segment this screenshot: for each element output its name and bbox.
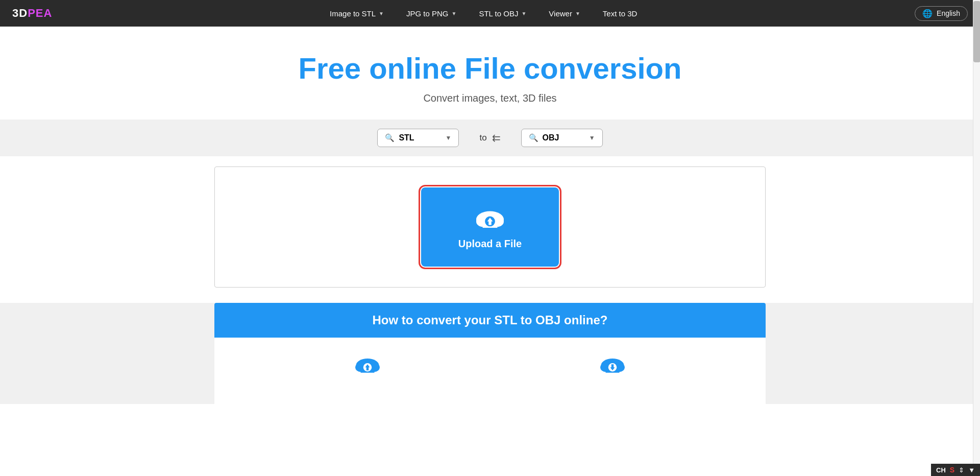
howto-step-1: [245, 353, 490, 386]
language-selector[interactable]: 🌐 English: [915, 6, 968, 21]
nav-viewer[interactable]: Viewer ▼: [537, 0, 592, 27]
howto-title: How to convert your STL to OBJ online?: [214, 313, 766, 327]
chevron-down-icon: ▼: [521, 11, 526, 16]
logo-3d: 3D: [12, 7, 28, 20]
from-format-label: STL: [399, 133, 441, 142]
swap-icon[interactable]: ⇇: [492, 132, 501, 144]
to-format-label: OBJ: [543, 133, 585, 142]
upload-cloud-icon: [472, 204, 508, 233]
upload-section: Upload a File: [0, 156, 980, 303]
nav-jpg-to-png[interactable]: JPG to PNG ▼: [395, 0, 468, 27]
ch-label: CH: [936, 466, 946, 474]
navbar: 3D PEA Image to STL ▼ JPG to PNG ▼ STL t…: [0, 0, 980, 27]
nav-text-to-3d[interactable]: Text to 3D: [592, 0, 649, 27]
bottom-right-bar: CH S ⇕ ▼: [931, 464, 980, 476]
nav-image-to-stl[interactable]: Image to STL ▼: [318, 0, 395, 27]
chevron-down-icon: ▼: [452, 11, 457, 16]
to-arrow-area: to ⇇: [479, 132, 500, 144]
howto-body: [214, 338, 766, 404]
to-format-selector[interactable]: 🔍 OBJ ▼: [521, 129, 603, 147]
page-title: Free online File conversion: [0, 51, 980, 85]
hero-subtitle: Convert images, text, 3D files: [0, 92, 980, 104]
upload-container: Upload a File: [214, 166, 766, 288]
hero-section: Free online File conversion Convert imag…: [0, 27, 980, 120]
chevron-down-icon: ▼: [589, 134, 595, 141]
converter-bar: 🔍 STL ▼ to ⇇ 🔍 OBJ ▼: [0, 120, 980, 156]
logo-pea: PEA: [28, 7, 52, 20]
expand-icon[interactable]: ⇕: [959, 466, 964, 474]
globe-icon: 🌐: [922, 9, 933, 18]
scrollbar-thumb[interactable]: [973, 1, 980, 62]
chevron-down-icon: ▼: [446, 134, 452, 141]
upload-button[interactable]: Upload a File: [421, 187, 559, 267]
download-cloud-icon: [597, 353, 628, 386]
from-format-selector[interactable]: 🔍 STL ▼: [377, 129, 459, 147]
upload-cloud-icon: [352, 353, 383, 386]
scrollbar[interactable]: [973, 0, 980, 476]
to-label: to: [479, 133, 486, 143]
upload-label: Upload a File: [458, 238, 522, 250]
chevron-down-icon: ▼: [575, 11, 580, 16]
chevron-down-icon: ▼: [379, 11, 384, 16]
logo[interactable]: 3D PEA: [12, 7, 52, 20]
converter-inner: 🔍 STL ▼ to ⇇ 🔍 OBJ ▼: [214, 129, 766, 147]
s-icon[interactable]: S: [950, 466, 954, 474]
search-icon: 🔍: [385, 133, 395, 142]
nav-menu: Image to STL ▼ JPG to PNG ▼ STL to OBJ ▼…: [52, 0, 915, 27]
howto-header: How to convert your STL to OBJ online?: [214, 303, 766, 338]
search-icon: 🔍: [529, 133, 538, 142]
howto-section: How to convert your STL to OBJ online?: [0, 303, 980, 404]
nav-stl-to-obj[interactable]: STL to OBJ ▼: [468, 0, 537, 27]
howto-step-2: [490, 353, 735, 386]
chevron-down-icon[interactable]: ▼: [968, 466, 975, 474]
